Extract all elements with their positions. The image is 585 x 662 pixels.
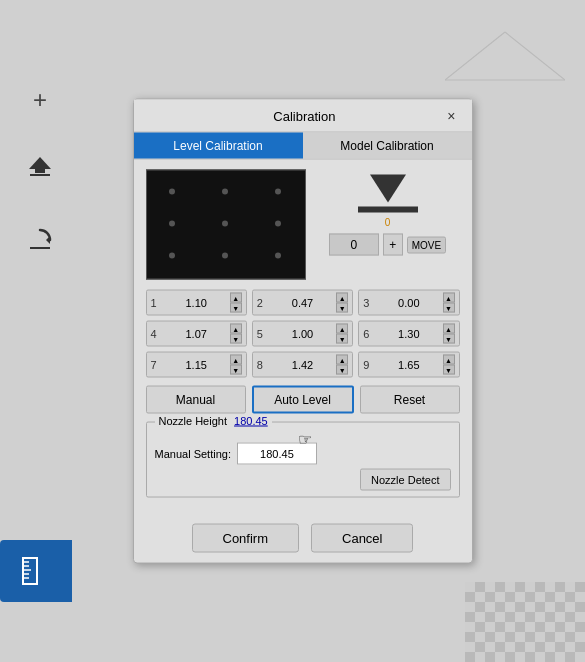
point-value-8: 1.42 [271, 359, 334, 371]
spin-down-9[interactable]: ▼ [443, 365, 455, 375]
point-label-2: 2 [257, 297, 267, 309]
reset-button[interactable]: Reset [360, 386, 460, 414]
point-grid: 1 1.10 ▲ ▼ 2 0.47 ▲ ▼ 3 [146, 290, 460, 378]
point-label-4: 4 [151, 328, 161, 340]
grid-dot-2 [222, 189, 228, 195]
point-cell-5: 5 1.00 ▲ ▼ [252, 321, 353, 347]
point-cell-3: 3 0.00 ▲ ▼ [358, 290, 459, 316]
point-value-7: 1.15 [165, 359, 228, 371]
svg-marker-3 [29, 157, 51, 169]
point-value-4: 1.07 [165, 328, 228, 340]
nozzle-manual-label: Manual Setting: [155, 448, 231, 460]
toolbar-nozzle-icon[interactable] [20, 150, 60, 190]
cancel-button[interactable]: Cancel [311, 524, 413, 553]
spin-down-8[interactable]: ▼ [336, 365, 348, 375]
point-spinner-5: ▲ ▼ [336, 324, 348, 344]
point-label-8: 8 [257, 359, 267, 371]
spin-down-7[interactable]: ▼ [230, 365, 242, 375]
toolbar-rotate-icon[interactable] [20, 220, 60, 260]
svg-line-1 [445, 32, 505, 80]
level-area: 0 + MOVE [146, 170, 460, 280]
point-spinner-1: ▲ ▼ [230, 293, 242, 313]
point-spinner-4: ▲ ▼ [230, 324, 242, 344]
point-value-3: 0.00 [377, 297, 440, 309]
grid-dot-6 [275, 221, 281, 227]
toolbar-add-icon[interactable]: + [20, 80, 60, 120]
point-cell-9: 9 1.65 ▲ ▼ [358, 352, 459, 378]
confirm-button[interactable]: Confirm [192, 524, 300, 553]
dialog-footer: Confirm Cancel [134, 516, 472, 563]
plus-button[interactable]: + [383, 234, 403, 256]
move-button[interactable]: MOVE [407, 236, 446, 253]
svg-line-0 [505, 32, 565, 80]
point-label-7: 7 [151, 359, 161, 371]
point-spinner-3: ▲ ▼ [443, 293, 455, 313]
grid-dot-8 [222, 253, 228, 259]
spin-up-6[interactable]: ▲ [443, 324, 455, 334]
point-cell-2: 2 0.47 ▲ ▼ [252, 290, 353, 316]
spin-up-1[interactable]: ▲ [230, 293, 242, 303]
svg-marker-6 [46, 236, 50, 244]
level-input[interactable] [329, 234, 379, 256]
tab-bar: Level Calibration Model Calibration [134, 133, 472, 160]
dialog-titlebar: Calibration × [134, 100, 472, 133]
spin-down-1[interactable]: ▼ [230, 303, 242, 313]
dialog-body: 0 + MOVE 1 1.10 ▲ ▼ [134, 160, 472, 516]
spin-up-5[interactable]: ▲ [336, 324, 348, 334]
level-indicator: 0 + MOVE [316, 170, 460, 256]
spin-down-4[interactable]: ▼ [230, 334, 242, 344]
point-spinner-2: ▲ ▼ [336, 293, 348, 313]
grid-dot-5 [222, 221, 228, 227]
nozzle-detect-row: Nozzle Detect [155, 469, 451, 491]
grid-dot-4 [169, 221, 175, 227]
spin-up-7[interactable]: ▲ [230, 355, 242, 365]
point-cell-7: 7 1.15 ▲ ▼ [146, 352, 247, 378]
point-spinner-8: ▲ ▼ [336, 355, 348, 375]
point-cell-1: 1 1.10 ▲ ▼ [146, 290, 247, 316]
tab-model-calibration[interactable]: Model Calibration [303, 133, 472, 159]
auto-level-button[interactable]: Auto Level [252, 386, 354, 414]
point-cell-6: 6 1.30 ▲ ▼ [358, 321, 459, 347]
point-value-9: 1.65 [377, 359, 440, 371]
point-value-2: 0.47 [271, 297, 334, 309]
manual-button[interactable]: Manual [146, 386, 246, 414]
nozzle-manual-row: Manual Setting: [155, 443, 451, 465]
close-button[interactable]: × [443, 108, 459, 124]
grid-dot-9 [275, 253, 281, 259]
point-label-3: 3 [363, 297, 373, 309]
checkerboard-pattern [465, 582, 585, 662]
level-bar [358, 207, 418, 213]
action-buttons: Manual Auto Level Reset [146, 386, 460, 414]
left-toolbar: + [0, 0, 80, 662]
tab-level-calibration[interactable]: Level Calibration [134, 133, 303, 159]
point-spinner-7: ▲ ▼ [230, 355, 242, 375]
calibration-dialog: Calibration × Level Calibration Model Ca… [133, 99, 473, 564]
toolbar-ruler-icon-active[interactable] [0, 540, 72, 602]
svg-rect-4 [35, 169, 45, 173]
grid-dot-3 [275, 189, 281, 195]
point-label-1: 1 [151, 297, 161, 309]
grid-dot-7 [169, 253, 175, 259]
point-value-1: 1.10 [165, 297, 228, 309]
point-label-5: 5 [257, 328, 267, 340]
point-cell-4: 4 1.07 ▲ ▼ [146, 321, 247, 347]
spin-down-5[interactable]: ▼ [336, 334, 348, 344]
spin-down-2[interactable]: ▼ [336, 303, 348, 313]
nozzle-manual-input[interactable] [237, 443, 317, 465]
nozzle-height-section: Nozzle Height 180.45 Manual Setting: Noz… [146, 422, 460, 498]
spin-up-9[interactable]: ▲ [443, 355, 455, 365]
point-cell-8: 8 1.42 ▲ ▼ [252, 352, 353, 378]
level-input-row: + MOVE [329, 234, 446, 256]
nozzle-height-value: 180.45 [234, 415, 268, 427]
point-spinner-6: ▲ ▼ [443, 324, 455, 344]
nozzle-detect-button[interactable]: Nozzle Detect [360, 469, 450, 491]
spin-up-4[interactable]: ▲ [230, 324, 242, 334]
spin-up-2[interactable]: ▲ [336, 293, 348, 303]
spin-up-3[interactable]: ▲ [443, 293, 455, 303]
point-label-6: 6 [363, 328, 373, 340]
spin-down-6[interactable]: ▼ [443, 334, 455, 344]
spin-down-3[interactable]: ▼ [443, 303, 455, 313]
level-grid-canvas [146, 170, 306, 280]
nozzle-shape [370, 175, 406, 203]
spin-up-8[interactable]: ▲ [336, 355, 348, 365]
